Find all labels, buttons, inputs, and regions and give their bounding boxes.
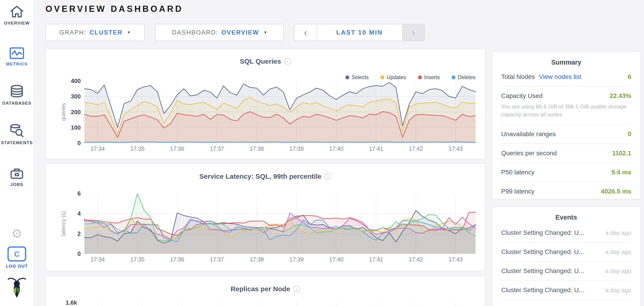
- svg-text:latency (s): latency (s): [60, 211, 66, 236]
- summary-row-p50: P50 latency 9.4 ms: [501, 163, 631, 182]
- metrics-icon: [0, 47, 34, 60]
- svg-text:400: 400: [71, 78, 81, 84]
- qps-value: 1102.1: [612, 150, 631, 157]
- time-range-selector: ‹ LAST 10 MIN ›: [294, 24, 425, 41]
- sidebar-item-metrics[interactable]: METRICS: [0, 47, 34, 66]
- svg-text:6: 6: [78, 190, 81, 197]
- service-latency-chart: 17:3417:3517:3617:3717:3817:3917:4017:41…: [50, 188, 482, 266]
- sidebar-item-overview[interactable]: OVERVIEW: [0, 5, 34, 26]
- summary-row-qps: Queries per second 1102.1: [501, 144, 631, 163]
- info-icon[interactable]: i: [293, 286, 300, 292]
- sql-queries-chart: 17:3417:3517:3617:3717:3817:3917:4017:41…: [50, 76, 482, 154]
- summary-row-p99: P99 latency 4026.5 ms: [501, 182, 631, 200]
- svg-text:17:36: 17:36: [170, 256, 184, 262]
- p50-latency-value: 9.4 ms: [612, 169, 631, 176]
- sidebar-item-label: METRICS: [0, 62, 34, 66]
- chart-title: Service Latency: SQL, 99th percentile: [200, 172, 322, 180]
- sidebar-item-label: STATEMENTS: [0, 140, 34, 145]
- settings-button[interactable]: ⚙: [0, 227, 34, 240]
- databases-icon: [0, 84, 34, 99]
- svg-text:17:35: 17:35: [130, 146, 145, 152]
- unavailable-ranges-value: 0: [628, 130, 631, 138]
- chevron-down-icon: ▼: [127, 30, 131, 34]
- y-axis-tick: 1.6k: [59, 299, 77, 306]
- svg-text:17:42: 17:42: [409, 146, 423, 152]
- sidebar-item-label: OVERVIEW: [0, 21, 34, 26]
- summary-row-capacity: Capacity Used 22.43% You are using 86.6 …: [501, 86, 631, 125]
- time-next-button[interactable]: ›: [402, 24, 424, 41]
- sidebar-item-label: DATABASES: [0, 101, 34, 106]
- statements-icon: [0, 124, 34, 138]
- time-prev-button[interactable]: ‹: [294, 24, 317, 41]
- svg-text:17:37: 17:37: [210, 256, 224, 262]
- capacity-note: You are using 86.6 GiB of 386.1 GiB usab…: [501, 103, 631, 119]
- chart-title: Replicas per Node: [230, 285, 290, 292]
- cockroach-monogram-icon: C: [8, 246, 26, 262]
- page-title: OVERVIEW DASHBOARD: [46, 4, 183, 14]
- dashboard-dropdown-label: DASHBOARD:: [172, 29, 218, 36]
- event-row: Cluster Setting Changed: U... a day ago: [501, 262, 631, 281]
- summary-panel: Summary Total Nodes View nodes list 6 Ca…: [492, 52, 641, 200]
- view-nodes-list-link[interactable]: View nodes list: [539, 73, 581, 80]
- chevron-left-icon: ‹: [304, 27, 307, 38]
- summary-row-total-nodes: Total Nodes View nodes list 6: [501, 68, 631, 86]
- events-title: Events: [492, 207, 640, 221]
- svg-text:17:40: 17:40: [329, 256, 344, 262]
- svg-text:17:35: 17:35: [130, 256, 145, 262]
- svg-text:17:36: 17:36: [170, 146, 184, 152]
- svg-text:17:38: 17:38: [250, 146, 264, 152]
- svg-text:0: 0: [78, 250, 81, 257]
- event-row: Cluster Setting Changed: U... a day ago: [501, 224, 631, 242]
- svg-text:17:41: 17:41: [369, 256, 383, 262]
- gear-icon: ⚙: [11, 227, 22, 240]
- sidebar-item-databases[interactable]: DATABASES: [0, 84, 34, 106]
- p99-latency-value: 4026.5 ms: [601, 188, 631, 195]
- svg-text:4: 4: [78, 210, 81, 217]
- svg-text:17:34: 17:34: [90, 146, 105, 152]
- dashboard-dropdown[interactable]: DASHBOARD: OVERVIEW ▼: [155, 24, 284, 41]
- event-row: Cluster Setting Changed: U... a day ago: [501, 300, 631, 306]
- sidebar-item-label: JOBS: [0, 182, 34, 187]
- total-nodes-value: 6: [628, 73, 631, 80]
- capacity-used-value: 22.43%: [610, 92, 631, 100]
- svg-text:100: 100: [71, 124, 81, 131]
- sql-queries-panel: SQL Queriesi Selects Updates Inserts Del…: [45, 48, 486, 159]
- cockroachdb-logo: [0, 276, 34, 300]
- svg-text:17:43: 17:43: [448, 256, 463, 262]
- svg-text:17:40: 17:40: [329, 146, 344, 152]
- svg-text:17:42: 17:42: [409, 256, 423, 262]
- cockroach-bug-icon: [6, 296, 27, 300]
- svg-text:2: 2: [78, 230, 81, 237]
- logout-label: LOG OUT: [0, 264, 34, 269]
- info-icon[interactable]: i: [324, 173, 331, 180]
- sidebar-item-jobs[interactable]: JOBS: [0, 167, 34, 187]
- summary-row-unavailable-ranges: Unavailable ranges 0: [501, 125, 631, 144]
- sidebar: OVERVIEW METRICS DATABASES: [0, 0, 34, 306]
- event-row: Cluster Setting Changed: U... a day ago: [501, 281, 631, 300]
- svg-text:200: 200: [71, 109, 81, 116]
- events-panel: Events Cluster Setting Changed: U... a d…: [492, 206, 641, 306]
- home-icon: [0, 5, 34, 19]
- sidebar-item-statements[interactable]: STATEMENTS: [0, 124, 34, 145]
- dashboard-dropdown-value: OVERVIEW: [222, 29, 259, 36]
- svg-text:300: 300: [71, 93, 81, 100]
- graph-dropdown-value: CLUSTER: [90, 29, 122, 36]
- svg-text:0: 0: [78, 140, 81, 146]
- jobs-icon: [0, 167, 34, 180]
- service-latency-panel: Service Latency: SQL, 99th percentilei 1…: [45, 164, 486, 271]
- graph-dropdown[interactable]: GRAPH: CLUSTER ▼: [46, 24, 145, 41]
- summary-title: Summary: [492, 52, 640, 66]
- svg-text:17:39: 17:39: [290, 146, 304, 152]
- svg-text:queries: queries: [60, 103, 66, 121]
- chart-title: SQL Queries: [240, 58, 281, 65]
- svg-text:17:39: 17:39: [290, 256, 304, 262]
- svg-text:17:38: 17:38: [250, 256, 264, 262]
- svg-text:17:41: 17:41: [369, 146, 383, 152]
- info-icon[interactable]: i: [284, 58, 291, 65]
- time-range-label[interactable]: LAST 10 MIN: [317, 24, 402, 41]
- logout-button[interactable]: C LOG OUT: [0, 246, 34, 269]
- chevron-down-icon: ▼: [264, 30, 267, 34]
- event-row: Cluster Setting Changed: U... a day ago: [501, 242, 631, 262]
- svg-text:17:37: 17:37: [210, 146, 224, 152]
- replicas-per-node-panel: Replicas per Nodei 1.6k: [45, 276, 486, 306]
